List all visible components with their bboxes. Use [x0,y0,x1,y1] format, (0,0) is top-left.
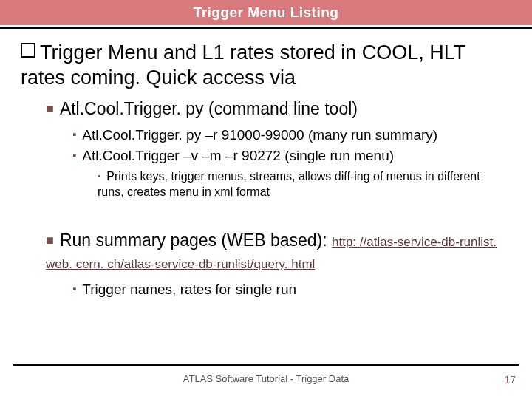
square-bullet-icon: ■ [46,101,54,116]
hollow-square-icon [21,43,35,58]
bullet-example-1: ▪Atl.Cool.Trigger. py –r 91000-99000 (ma… [72,126,511,145]
bullet-level1: Trigger Menu and L1 rates stored in COOL… [21,41,511,91]
bullet-example-2: ▪Atl.Cool.Trigger –v –m –r 90272 (single… [72,146,511,166]
slide-title: Trigger Menu Listing [0,0,532,25]
footer-rule [13,364,519,366]
square-bullet-icon: ▪ [72,149,76,161]
bullet-text: Atl.Cool.Trigger. py (command line tool) [60,99,358,118]
bullet-text: Trigger Menu and L1 rates stored in COOL… [21,41,466,89]
page-number: 17 [504,374,516,386]
bullet-text: Prints keys, trigger menus, streams, all… [98,170,480,199]
slide-footer: ATLAS Software Tutorial - Trigger Data [0,364,532,384]
bullet-text: Atl.Cool.Trigger. py –r 91000-99000 (man… [82,127,437,143]
slide: Trigger Menu Listing Trigger Menu and L1… [0,0,532,399]
square-bullet-icon: ▪ [98,171,100,181]
bullet-web-note: ▪Trigger names, rates for single run [72,280,511,299]
bullet-web: ■Run summary pages (WEB based): http: //… [46,230,511,274]
square-bullet-icon: ▪ [72,282,76,295]
square-bullet-icon: ▪ [72,128,76,140]
square-bullet-icon: ■ [46,233,54,248]
slide-body: Trigger Menu and L1 rates stored in COOL… [0,29,532,299]
spacer [21,203,511,222]
bullet-text: Run summary pages (WEB based): [60,231,332,250]
bullet-text: Atl.Cool.Trigger –v –m –r 90272 (single … [82,148,394,163]
bullet-text: Trigger names, rates for single run [82,282,296,297]
bullet-tool: ■Atl.Cool.Trigger. py (command line tool… [46,98,511,120]
footer-text: ATLAS Software Tutorial - Trigger Data [0,373,532,384]
bullet-note: ▪Prints keys, trigger menus, streams, al… [98,168,511,200]
